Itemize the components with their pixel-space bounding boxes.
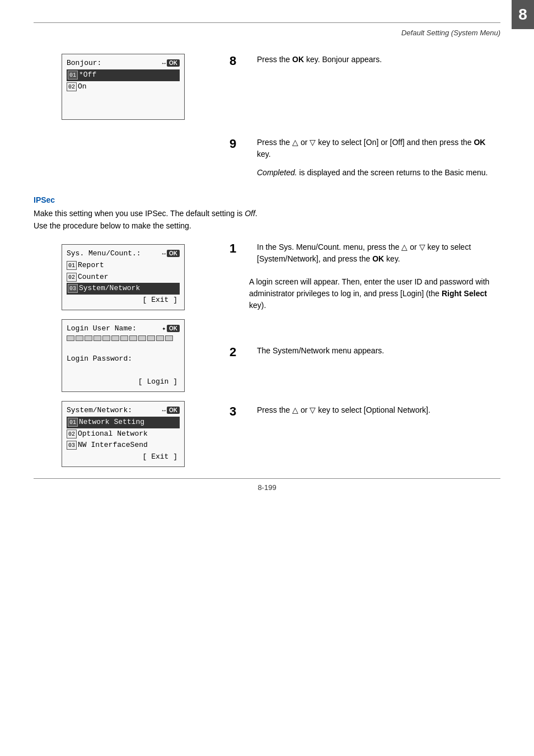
page-header-title: Default Setting (System Menu) [34, 29, 500, 37]
bonjour-ok-badge-group: ↔OK [162, 58, 180, 69]
ipsec-heading: IPSec [34, 195, 500, 204]
login-ok-group: ✦OK [162, 323, 180, 335]
step9-line1: Press the △ or ▽ key to select [On] or [… [257, 137, 500, 160]
step9-number: 9 [229, 137, 249, 151]
sys-menu-row3-num: 03 [68, 284, 78, 293]
ipsec-step3-text: Press the △ or ▽ key to select [Optional… [257, 404, 500, 416]
sysnet-row3-num: 03 [67, 441, 77, 450]
sys-menu-row2-num: 02 [67, 273, 77, 282]
sys-menu-row1: 01Report [67, 260, 180, 272]
sysnet-ok-arrow-icon: ↔ [162, 407, 166, 414]
bonjour-row2-num: 02 [67, 82, 77, 91]
ipsec-step1-text: In the Sys. Menu/Count. menu, press the … [257, 241, 500, 265]
step9-ok-bold: OK [474, 138, 485, 147]
footer-page-number: 8-199 [34, 483, 500, 492]
sysnet-row1-highlighted: 01Network Setting [67, 417, 180, 428]
step9-content: 9 Press the △ or ▽ key to select [On] or… [229, 137, 500, 179]
sys-menu-title-row: Sys. Menu/Count.: ↔OK [67, 248, 180, 260]
login-empty-row [67, 365, 180, 376]
ipsec-step3-number: 3 [229, 404, 249, 419]
ipsec-step1-number: 1 [229, 241, 249, 256]
ipsec-step3-content: 3 Press the △ or ▽ key to select [Option… [229, 404, 500, 419]
sysnet-title-text: System/Network: [67, 405, 132, 417]
step8-text: Press the OK key. Bonjour appears. [257, 54, 500, 66]
sysnet-row2-num: 02 [67, 430, 77, 438]
ipsec-step2-number: 2 [229, 345, 249, 360]
section-badge: 8 [512, 0, 534, 29]
step8-number: 8 [229, 54, 249, 68]
bonjour-title-text: Bonjour: [67, 58, 101, 69]
bonjour-row1-highlighted: 01*Off [67, 69, 180, 81]
ipsec-step1b-content: A login screen will appear. Then, enter … [249, 276, 500, 311]
bonjour-row3-empty [67, 92, 180, 104]
sysnet-row2-text: Optional Network [78, 430, 148, 438]
ipsec-step2-text: The System/Network menu appears. [257, 345, 500, 357]
bonjour-step9-row: 9 Press the △ or ▽ key to select [On] or… [34, 137, 500, 179]
ok-badge: OK [167, 59, 180, 67]
top-rule [34, 22, 500, 23]
bonjour-step8-right: 8 Press the OK key. Bonjour appears. [213, 54, 500, 68]
ipsec-steps-right: 1 In the Sys. Menu/Count. menu, press th… [213, 241, 500, 419]
step9-right: 9 Press the △ or ▽ key to select [On] or… [213, 137, 500, 179]
ipsec-screens-left: Sys. Menu/Count.: ↔OK 01Report 02Counter… [34, 241, 213, 467]
login-title-row: Login User Name: ✦OK [67, 323, 180, 335]
login-exit-row: [ Login ] [67, 376, 180, 388]
bonjour-row1-text: *Off [79, 71, 96, 79]
login-username-bar [67, 335, 180, 341]
step9-text: Press the △ or ▽ key to select [On] or [… [257, 137, 500, 179]
step1b-right-select-bold: Right Select [442, 289, 487, 298]
step8-ok-bold: OK [292, 55, 304, 64]
bonjour-row4-empty [67, 104, 180, 116]
ipsec-step2-content: 2 The System/Network menu appears. [229, 345, 500, 360]
ipsec-section: IPSec Make this setting when you use IPS… [34, 195, 500, 467]
sys-ok-arrow-icon: ↔ [162, 250, 166, 257]
sys-menu-row2-text: Counter [78, 273, 109, 281]
sys-menu-row3-text: System/Network [79, 284, 140, 292]
sys-menu-ok-group: ↔OK [162, 248, 180, 260]
sys-menu-row2: 02Counter [67, 272, 180, 283]
page: Default Setting (System Menu) 8 Bonjour:… [0, 0, 534, 756]
login-password-row: Login Password: [67, 353, 180, 365]
sys-ok-badge: OK [167, 250, 180, 257]
step9-completed-italic: Completed. [257, 168, 297, 177]
login-ok-badge: OK [167, 325, 180, 332]
step9-left-empty [34, 137, 213, 139]
bonjour-lcd-title-row: Bonjour: ↔OK [67, 58, 180, 69]
sysnet-row3: 03NW InterfaceSend [67, 440, 180, 451]
login-password-label [67, 342, 180, 353]
sysnet-row1-text: Network Setting [79, 418, 144, 426]
bonjour-row2-text: On [78, 82, 87, 91]
ipsec-off-italic: Off [245, 209, 255, 218]
sys-menu-row3-highlighted: 03System/Network [67, 283, 180, 295]
sysnet-title-row: System/Network: ↔OK [67, 405, 180, 417]
sysnet-exit-row: [ Exit ] [67, 451, 180, 463]
ipsec-step1-multirow: Sys. Menu/Count.: ↔OK 01Report 02Counter… [34, 241, 500, 467]
sys-menu-exit-row: [ Exit ] [67, 295, 180, 306]
login-lcd-screen: Login User Name: ✦OK [62, 319, 185, 392]
sysnet-ok-badge: OK [167, 407, 180, 414]
sys-menu-title-text: Sys. Menu/Count.: [67, 248, 141, 260]
bottom-rule [34, 478, 500, 479]
sysnet-row2: 02Optional Network [67, 428, 180, 440]
ipsec-desc2: Use the procedure below to make the sett… [34, 221, 500, 230]
sysnet-lcd-screen: System/Network: ↔OK 01Network Setting 02… [62, 401, 185, 467]
bonjour-screen-container: Bonjour: ↔OK 01*Off 02On [34, 54, 213, 120]
ok-arrow-icon: ↔ [162, 60, 166, 67]
bonjour-row2: 02On [67, 81, 180, 93]
sysnet-row3-text: NW InterfaceSend [78, 441, 148, 449]
login-title-text: Login User Name: [67, 323, 137, 335]
bonjour-row1-num: 01 [68, 71, 78, 80]
step8-content: 8 Press the OK key. Bonjour appears. [229, 54, 500, 68]
sys-menu-row1-text: Report [78, 261, 104, 269]
step9-line2: Completed. is displayed and the screen r… [257, 167, 500, 179]
step1-ok-bold: OK [372, 254, 384, 263]
bonjour-lcd-screen: Bonjour: ↔OK 01*Off 02On [62, 54, 185, 120]
ipsec-step1b-text: A login screen will appear. Then, enter … [249, 276, 500, 311]
sysnet-row1-num: 01 [68, 418, 78, 427]
sysnet-ok-group: ↔OK [162, 405, 180, 417]
ipsec-desc1: Make this setting when you use IPSec. Th… [34, 209, 500, 218]
sys-menu-row1-num: 01 [67, 261, 77, 270]
spinning-icon: ✦ [162, 325, 166, 332]
bonjour-step8-row: Bonjour: ↔OK 01*Off 02On 8 Pre [34, 54, 500, 120]
sys-menu-lcd-screen: Sys. Menu/Count.: ↔OK 01Report 02Counter… [62, 244, 185, 310]
